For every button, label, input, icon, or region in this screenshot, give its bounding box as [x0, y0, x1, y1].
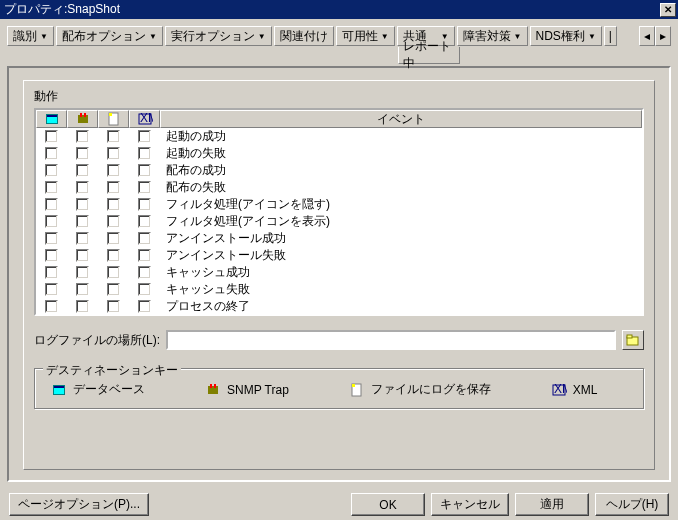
tab-distribution-options[interactable]: 配布オプション▼: [56, 26, 163, 46]
event-checkbox[interactable]: [76, 283, 89, 296]
event-checkbox[interactable]: [45, 164, 58, 177]
svg-rect-5: [84, 113, 86, 117]
svg-rect-14: [54, 386, 64, 388]
col-snmp-icon[interactable]: [67, 110, 98, 128]
tab-more[interactable]: |: [604, 26, 617, 46]
event-checkbox[interactable]: [45, 181, 58, 194]
dest-xml: XMLXML: [551, 381, 598, 398]
event-checkbox[interactable]: [138, 198, 151, 211]
col-event[interactable]: イベント: [160, 110, 642, 128]
event-label: プロセスの終了: [160, 298, 642, 315]
event-checkbox[interactable]: [107, 130, 120, 143]
event-checkbox[interactable]: [138, 147, 151, 160]
event-checkbox[interactable]: [107, 266, 120, 279]
event-row: アンインストール失敗: [36, 247, 642, 264]
event-checkbox[interactable]: [138, 181, 151, 194]
event-checkbox[interactable]: [107, 164, 120, 177]
event-checkbox[interactable]: [76, 181, 89, 194]
event-checkbox[interactable]: [76, 215, 89, 228]
event-checkbox[interactable]: [107, 181, 120, 194]
event-row: プロセスの終了: [36, 298, 642, 315]
svg-rect-7: [109, 113, 112, 116]
dest-file: ファイルにログを保存: [349, 381, 491, 398]
event-checkbox[interactable]: [138, 283, 151, 296]
col-file-icon[interactable]: [98, 110, 129, 128]
close-button[interactable]: ✕: [660, 3, 676, 17]
svg-rect-11: [627, 335, 632, 338]
tab-association[interactable]: 関連付け: [274, 26, 334, 46]
event-row: キャッシュ成功: [36, 264, 642, 281]
event-checkbox[interactable]: [45, 266, 58, 279]
event-checkbox[interactable]: [107, 147, 120, 160]
event-checkbox[interactable]: [76, 232, 89, 245]
events-grid: XML イベント 起動の成功起動の失敗配布の成功配布の失敗フィルタ処理(アイコン…: [34, 108, 644, 316]
tab-scroll-right[interactable]: ▸: [655, 26, 671, 46]
event-row: 起動の成功: [36, 128, 642, 145]
event-checkbox[interactable]: [138, 300, 151, 313]
event-checkbox[interactable]: [76, 130, 89, 143]
event-label: アンインストール成功: [160, 230, 642, 247]
svg-text:XML: XML: [140, 111, 153, 125]
event-row: 配布の失敗: [36, 179, 642, 196]
event-label: キャッシュ失敗: [160, 281, 642, 298]
tab-availability[interactable]: 可用性▼: [336, 26, 395, 46]
event-checkbox[interactable]: [76, 266, 89, 279]
svg-rect-15: [208, 386, 218, 394]
cancel-button[interactable]: キャンセル: [431, 493, 509, 516]
log-path-input[interactable]: [166, 330, 616, 350]
tab-run-options[interactable]: 実行オプション▼: [165, 26, 272, 46]
event-label: フィルタ処理(アイコンを表示): [160, 213, 642, 230]
event-checkbox[interactable]: [107, 300, 120, 313]
event-checkbox[interactable]: [138, 130, 151, 143]
svg-rect-2: [47, 115, 57, 117]
event-checkbox[interactable]: [138, 232, 151, 245]
event-checkbox[interactable]: [45, 215, 58, 228]
ok-button[interactable]: OK: [351, 493, 425, 516]
event-row: フィルタ処理(アイコンを隠す): [36, 196, 642, 213]
event-checkbox[interactable]: [138, 249, 151, 262]
event-checkbox[interactable]: [76, 198, 89, 211]
event-checkbox[interactable]: [76, 249, 89, 262]
col-db-icon[interactable]: [36, 110, 67, 128]
help-button[interactable]: ヘルプ(H): [595, 493, 669, 516]
svg-rect-17: [214, 384, 216, 388]
event-checkbox[interactable]: [76, 147, 89, 160]
tab-common[interactable]: 共通▼ レポート中: [397, 26, 455, 46]
event-checkbox[interactable]: [107, 232, 120, 245]
event-checkbox[interactable]: [76, 164, 89, 177]
event-checkbox[interactable]: [138, 266, 151, 279]
event-row: キャッシュ失敗: [36, 281, 642, 298]
event-checkbox[interactable]: [45, 198, 58, 211]
event-checkbox[interactable]: [45, 130, 58, 143]
event-row: フィルタ処理(アイコンを表示): [36, 213, 642, 230]
event-checkbox[interactable]: [45, 283, 58, 296]
event-checkbox[interactable]: [45, 300, 58, 313]
tab-common-sub: レポート中: [398, 47, 460, 64]
event-checkbox[interactable]: [138, 164, 151, 177]
tab-nds-rights[interactable]: NDS権利▼: [530, 26, 602, 46]
event-checkbox[interactable]: [76, 300, 89, 313]
page-options-button[interactable]: ページオプション(P)...: [9, 493, 149, 516]
dest-database: データベース: [51, 381, 145, 398]
event-checkbox[interactable]: [45, 249, 58, 262]
tab-scroll-left[interactable]: ◂: [639, 26, 655, 46]
event-checkbox[interactable]: [107, 249, 120, 262]
event-checkbox[interactable]: [107, 198, 120, 211]
tab-fault[interactable]: 障害対策▼: [457, 26, 528, 46]
event-label: フィルタ処理(アイコンを隠す): [160, 196, 642, 213]
apply-button[interactable]: 適用: [515, 493, 589, 516]
dialog-buttons: ページオプション(P)... OK キャンセル 適用 ヘルプ(H): [0, 488, 678, 520]
log-label: ログファイルの場所(L):: [34, 332, 160, 349]
event-checkbox[interactable]: [107, 215, 120, 228]
event-label: アンインストール失敗: [160, 247, 642, 264]
event-checkbox[interactable]: [138, 215, 151, 228]
event-checkbox[interactable]: [107, 283, 120, 296]
tab-identify[interactable]: 識別▼: [7, 26, 54, 46]
event-row: 配布の成功: [36, 162, 642, 179]
event-label: 配布の失敗: [160, 179, 642, 196]
event-row: 起動の失敗: [36, 145, 642, 162]
event-checkbox[interactable]: [45, 232, 58, 245]
browse-button[interactable]: [622, 330, 644, 350]
event-checkbox[interactable]: [45, 147, 58, 160]
col-xml-icon[interactable]: XML: [129, 110, 160, 128]
